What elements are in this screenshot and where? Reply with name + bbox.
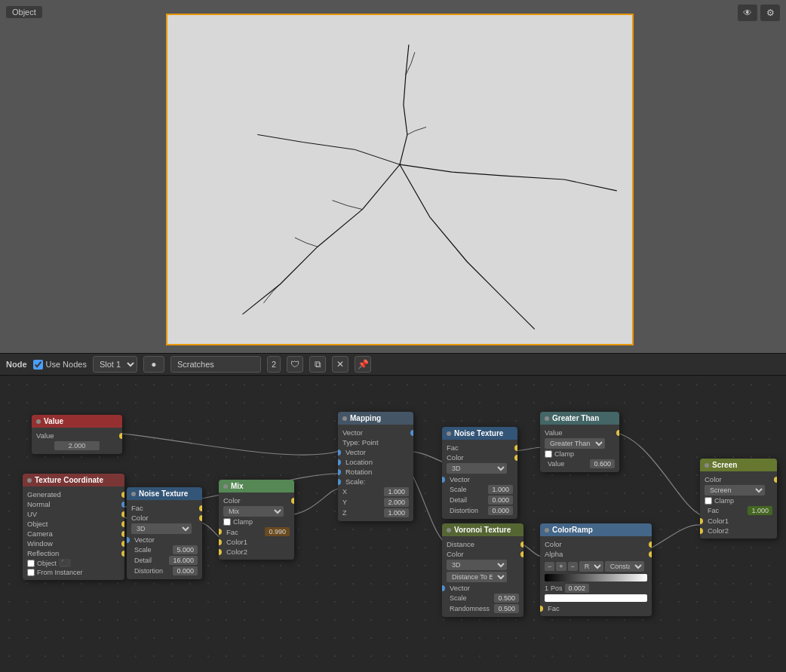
shield-icon-btn[interactable]: 🛡: [287, 356, 303, 373]
mix-type-row[interactable]: Mix: [223, 505, 290, 517]
noise1-detail-value[interactable]: 16.000: [169, 556, 198, 565]
gt-type-select[interactable]: Greater Than: [545, 438, 605, 449]
mix-dot: [223, 484, 228, 489]
voronoi-feature-row[interactable]: Distance To Edge: [447, 571, 519, 583]
gt-clamp-row[interactable]: Clamp: [545, 450, 615, 459]
screen-fac-value[interactable]: 1.000: [748, 506, 772, 515]
mapping-z-value[interactable]: 1.000: [384, 508, 409, 517]
material-name-input[interactable]: Scratches: [170, 356, 261, 373]
screen-node[interactable]: Screen Color Screen Clamp Fac 1.000: [700, 459, 777, 539]
voronoi-dim-select[interactable]: 3D: [447, 560, 507, 570]
tc-object-checkbox[interactable]: [27, 560, 35, 567]
voronoi-node[interactable]: Voronoi Texture Distance Color 3D Distan…: [442, 523, 523, 617]
mix-node[interactable]: Mix Color Mix Clamp Fac 0.990: [219, 480, 294, 560]
mapping-x-value[interactable]: 1.000: [384, 487, 409, 496]
noise1-distortion-value[interactable]: 0.000: [173, 566, 198, 575]
cr-delete-btn[interactable]: −: [568, 562, 578, 571]
mapping-type-row[interactable]: Type: Point: [342, 437, 409, 447]
mapping-vector-in-row: Vector: [342, 447, 409, 457]
voronoi-random-row[interactable]: Randomness 0.500: [447, 603, 519, 614]
mix-clamp-row[interactable]: Clamp: [223, 517, 290, 526]
cr-white-swatch[interactable]: [545, 594, 647, 602]
cr-pos-label: Pos: [551, 585, 563, 592]
noise1-dropdown-row[interactable]: 3D: [131, 523, 198, 535]
screen-fac-row[interactable]: Fac 1.000: [705, 505, 772, 516]
screen-clamp-checkbox[interactable]: [705, 497, 712, 505]
node-canvas[interactable]: Value Value Texture Coordinate Generated…: [0, 376, 786, 672]
value-input[interactable]: [54, 441, 100, 450]
voronoi-feature-select[interactable]: Distance To Edge: [447, 572, 507, 582]
viewport-icon-sphere[interactable]: 👁: [738, 5, 757, 21]
mapping-z-row[interactable]: Z 1.000: [342, 508, 409, 518]
noise1-dim-select[interactable]: 3D: [131, 523, 192, 534]
use-nodes-toggle[interactable]: Use Nodes: [33, 360, 87, 370]
value-node[interactable]: Value Value: [32, 415, 122, 454]
screen-clamp-row[interactable]: Clamp: [705, 496, 772, 505]
noise2-dropdown-row[interactable]: 3D: [447, 462, 513, 474]
mapping-x-row[interactable]: X 1.000: [342, 486, 409, 497]
close-material-btn[interactable]: ✕: [332, 356, 348, 373]
tc-object-check-label: Object: [37, 560, 57, 567]
voronoi-scale-row[interactable]: Scale 0.500: [447, 593, 519, 603]
noise2-scale-row[interactable]: Scale 1.000: [447, 484, 513, 495]
tc-from-instancer-row[interactable]: From Instancer: [27, 568, 120, 577]
viewport-icon-settings[interactable]: ⚙: [760, 5, 780, 21]
color-ramp-title: ColorRamp: [552, 526, 593, 534]
tc-obj-checkbox-row[interactable]: Object ⬛: [27, 558, 120, 568]
screen-header: Screen: [700, 459, 777, 471]
copy-icon-btn[interactable]: ⧉: [309, 356, 326, 373]
noise1-node[interactable]: Noise Texture Fac Color 3D Vector: [127, 487, 202, 579]
voronoi-random-value[interactable]: 0.500: [494, 604, 519, 613]
value-node-header: Value: [32, 415, 122, 428]
color-ramp-node[interactable]: ColorRamp Color Alpha − + − RGB Constant: [540, 523, 652, 616]
noise2-scale-value[interactable]: 1.000: [488, 485, 513, 494]
use-nodes-checkbox[interactable]: [33, 360, 43, 370]
tex-coord-node[interactable]: Texture Coordinate Generated Normal UV O…: [23, 474, 124, 580]
cr-ramp-bar[interactable]: [545, 574, 647, 581]
tc-normal-row: Normal: [27, 499, 120, 509]
voronoi-dim-row[interactable]: 3D: [447, 559, 519, 571]
mapping-node[interactable]: Mapping Vector Type: Point Vector Locati…: [338, 412, 413, 521]
mix-clamp-checkbox[interactable]: [223, 518, 231, 526]
tc-generated-row: Generated: [27, 489, 120, 499]
gt-type-row[interactable]: Greater Than: [545, 437, 615, 450]
mapping-y-row[interactable]: Y 2.000: [342, 497, 409, 508]
mix-fac-value[interactable]: 0.990: [265, 527, 290, 536]
screen-color1-label: Color1: [705, 517, 729, 525]
noise2-distortion-row[interactable]: Distortion 0.000: [447, 505, 513, 516]
noise1-scale-value[interactable]: 5.000: [173, 545, 198, 554]
greater-than-node[interactable]: Greater Than Value Greater Than Clamp Va…: [540, 412, 619, 472]
slot-dropdown[interactable]: Slot 1: [93, 356, 137, 373]
mapping-y-value[interactable]: 2.000: [384, 498, 409, 507]
pin-icon-btn[interactable]: 📌: [355, 356, 371, 373]
gt-value-in-value[interactable]: 0.600: [590, 459, 615, 468]
screen-type-select[interactable]: Screen: [705, 485, 765, 496]
mix-color-output-label: Color: [223, 496, 241, 505]
cr-interp-select[interactable]: Constant: [605, 561, 644, 572]
mix-title: Mix: [231, 482, 244, 490]
cr-minus-btn[interactable]: −: [545, 562, 554, 571]
gt-value-out-label: Value: [545, 428, 563, 437]
cr-rgb-select[interactable]: RGB: [579, 561, 603, 572]
noise2-dim-select[interactable]: 3D: [447, 463, 507, 474]
noise1-detail-label: Detail: [131, 557, 152, 564]
sphere-icon-btn[interactable]: ●: [143, 356, 164, 373]
value-output-socket: [119, 433, 122, 439]
screen-type-row[interactable]: Screen: [705, 484, 772, 496]
noise2-detail-row[interactable]: Detail 0.000: [447, 495, 513, 505]
noise2-scale-label: Scale: [447, 486, 467, 493]
cr-pos-value[interactable]: 0.002: [565, 584, 590, 593]
voronoi-scale-value[interactable]: 0.500: [494, 594, 519, 603]
mix-type-select[interactable]: Mix: [223, 506, 284, 517]
cr-plus-btn[interactable]: +: [556, 562, 566, 571]
gt-value-in-row[interactable]: Value 0.600: [545, 459, 615, 469]
mapping-title: Mapping: [350, 414, 381, 422]
noise2-detail-value[interactable]: 0.000: [488, 496, 513, 505]
mapping-header: Mapping: [338, 412, 413, 425]
noise2-distortion-value[interactable]: 0.000: [488, 506, 513, 515]
gt-clamp-checkbox[interactable]: [545, 450, 552, 458]
noise2-node[interactable]: Noise Texture Fac Color 3D Vector: [442, 427, 517, 519]
noise2-title: Noise Texture: [454, 429, 503, 437]
value-field-row[interactable]: [36, 440, 118, 451]
tc-from-instancer-checkbox[interactable]: [27, 569, 35, 576]
